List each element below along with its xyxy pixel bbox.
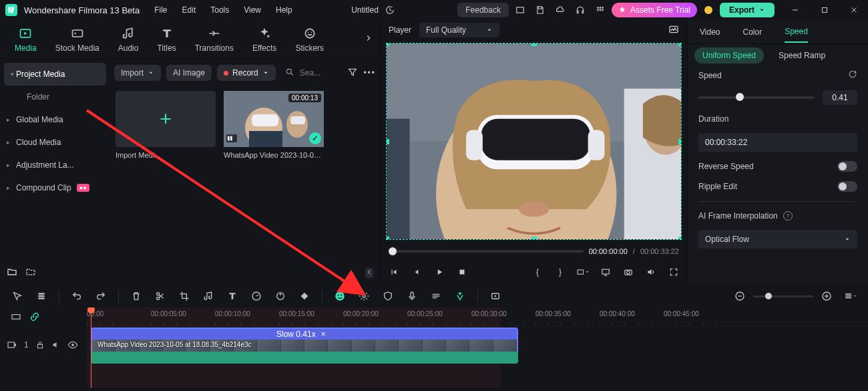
menu-tools[interactable]: Tools [210, 5, 229, 15]
color-icon[interactable] [274, 289, 287, 303]
close-icon[interactable] [845, 1, 863, 19]
volume-icon[interactable] [644, 265, 658, 279]
tab-effects[interactable]: Effects [252, 26, 276, 53]
visibility-icon[interactable] [67, 340, 78, 350]
layout-icon[interactable] [511, 1, 529, 19]
duration-value[interactable]: 00:00:33:22 [698, 133, 857, 152]
history-icon[interactable] [381, 1, 399, 19]
layout-dropdown-icon[interactable] [35, 289, 48, 303]
marker-icon[interactable] [429, 289, 443, 303]
media-clip-card[interactable]: 00:00:13 ✓ WhatsApp Video 2023-10-05... [224, 91, 324, 159]
filter-icon[interactable] [347, 67, 358, 80]
headphones-icon[interactable] [572, 1, 589, 19]
sidebar-item-cloud-media[interactable]: ▸Cloud Media [0, 131, 110, 154]
zoom-slider[interactable] [753, 295, 813, 297]
shield-icon[interactable] [381, 289, 395, 303]
tab-video[interactable]: Video [700, 27, 720, 37]
import-button[interactable]: Import [114, 65, 161, 81]
speed-icon[interactable] [250, 289, 263, 303]
export-button[interactable]: Export [720, 3, 775, 17]
mark-in-icon[interactable]: { [531, 265, 544, 279]
minimize-icon[interactable] [787, 1, 804, 19]
delete-icon[interactable] [130, 289, 143, 303]
tab-stock-media[interactable]: Stock Media [55, 26, 99, 53]
ripple-edit-toggle[interactable] [837, 181, 857, 192]
tab-audio[interactable]: Audio [118, 26, 139, 53]
crop-icon[interactable] [178, 289, 191, 303]
subtab-uniform-speed[interactable]: Uniform Speed [694, 47, 764, 63]
ratio-icon[interactable] [576, 265, 590, 279]
tab-speed[interactable]: Speed [785, 27, 808, 43]
grid-icon[interactable] [592, 1, 609, 19]
audio-track[interactable] [91, 352, 518, 364]
menu-file[interactable]: File [154, 5, 167, 15]
sidebar-item-adjustment[interactable]: ▸Adjustment La... [0, 154, 110, 176]
mic-icon[interactable] [405, 289, 419, 303]
search-icon[interactable] [285, 68, 294, 79]
tab-color[interactable]: Color [742, 27, 762, 37]
search-input[interactable]: Sea... [300, 68, 320, 78]
maximize-icon[interactable] [816, 1, 833, 19]
menu-view[interactable]: View [244, 5, 261, 15]
prev-frame-icon[interactable] [387, 265, 401, 279]
tab-titles[interactable]: Titles [157, 26, 176, 53]
speed-slider[interactable] [698, 96, 815, 99]
lock-icon[interactable] [35, 340, 45, 350]
sidebar-item-folder[interactable]: Folder [0, 86, 110, 108]
step-back-icon[interactable] [410, 265, 423, 279]
timeline-view-icon[interactable] [844, 289, 857, 303]
mark-out-icon[interactable]: } [554, 265, 567, 279]
more-icon[interactable]: ••• [363, 68, 376, 78]
cloud-icon[interactable] [552, 1, 569, 19]
save-icon[interactable] [531, 1, 549, 19]
sidebar-item-project-media[interactable]: ▾Project Media [4, 63, 106, 86]
timeline-tracks[interactable]: 00:0000:00:05:0000:00:10:0000:00:15:0000… [87, 307, 868, 388]
record-button[interactable]: Record [217, 65, 276, 81]
mute-icon[interactable] [51, 340, 61, 350]
coin-icon[interactable] [700, 1, 717, 19]
music-icon[interactable] [202, 289, 215, 303]
sidebar-item-global-media[interactable]: ▸Global Media [0, 108, 110, 131]
feedback-button[interactable]: Feedback [457, 3, 509, 17]
text-icon[interactable] [226, 289, 239, 303]
fullscreen-icon[interactable] [667, 265, 680, 279]
menu-help[interactable]: Help [276, 5, 292, 15]
magnet-icon[interactable] [453, 289, 467, 303]
tab-stickers[interactable]: Stickers [295, 26, 324, 53]
new-bin-icon[interactable] [25, 267, 36, 279]
reset-icon[interactable] [848, 70, 857, 81]
reverse-speed-toggle[interactable] [837, 161, 857, 172]
redo-icon[interactable] [94, 289, 107, 303]
marker-add-icon[interactable] [489, 289, 502, 303]
play-icon[interactable] [433, 265, 446, 279]
select-tool-icon[interactable] [11, 289, 24, 303]
tab-transitions[interactable]: Transitions [195, 26, 234, 53]
keyframe-icon[interactable] [298, 289, 311, 303]
new-folder-icon[interactable] [7, 267, 17, 279]
scrub-bar[interactable] [389, 250, 584, 253]
subtab-speed-ramp[interactable]: Speed Ramp [771, 47, 833, 63]
speed-value[interactable]: 0.41 [823, 90, 857, 105]
collapse-sidebar-icon[interactable] [365, 268, 373, 278]
zoom-out-icon[interactable] [733, 289, 746, 303]
stop-icon[interactable] [455, 265, 469, 279]
sidebar-item-compound-clip[interactable]: ▸Compound Clip●● [0, 176, 110, 199]
ai-frame-select[interactable]: Optical Flow [698, 230, 857, 249]
help-icon[interactable]: ? [783, 211, 793, 221]
tabs-more-icon[interactable] [364, 33, 373, 45]
display-icon[interactable] [599, 265, 612, 279]
menu-edit[interactable]: Edit [182, 5, 196, 15]
camera-icon[interactable] [622, 265, 635, 279]
import-media-card[interactable]: + Import Medi... [116, 91, 216, 159]
tab-media[interactable]: Media [15, 26, 37, 53]
ai-tool-icon[interactable] [333, 289, 347, 303]
snapshot-icon[interactable] [668, 24, 679, 37]
link-icon[interactable] [29, 311, 40, 322]
assets-free-trial-button[interactable]: Assets Free Trial [612, 3, 697, 17]
undo-icon[interactable] [70, 289, 83, 303]
split-icon[interactable] [154, 289, 167, 303]
ai-image-button[interactable]: AI Image [166, 65, 212, 81]
preview-viewport[interactable] [386, 43, 682, 240]
track-header-icon[interactable] [11, 311, 21, 322]
gear-icon[interactable] [357, 289, 371, 303]
